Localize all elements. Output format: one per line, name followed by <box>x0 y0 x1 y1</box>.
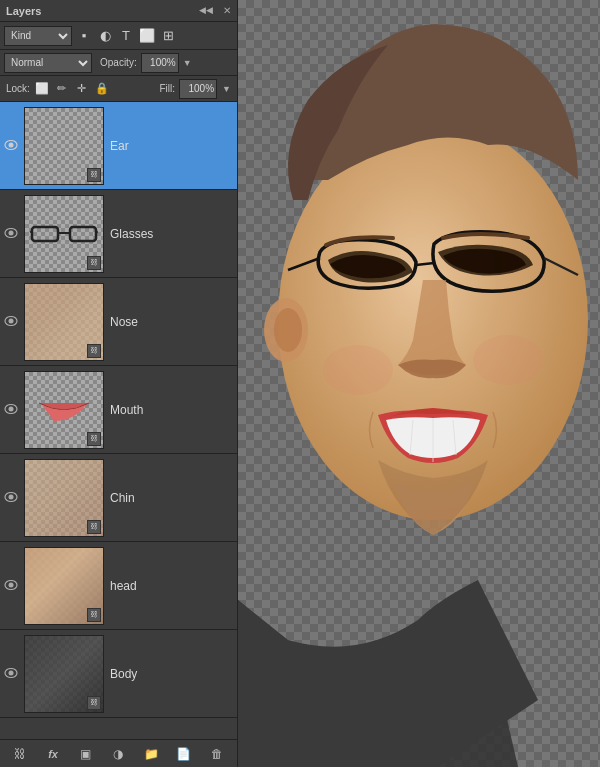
panel-header-icons: ◀◀ ✕ <box>199 5 231 16</box>
layer-visibility-eye[interactable] <box>0 315 22 329</box>
layer-filter-toolbar: Kind ▪ ◐ T ⬜ ⊞ <box>0 22 237 50</box>
layer-item[interactable]: ⛓ Ear <box>0 102 237 190</box>
pixel-icon[interactable]: ▪ <box>75 28 93 43</box>
layer-name: Body <box>110 667 237 681</box>
blend-mode-select[interactable]: Normal Dissolve Multiply Screen Overlay <box>4 53 92 73</box>
layer-thumbnail: ⛓ <box>24 459 104 537</box>
layer-item[interactable]: ⛓ Nose <box>0 278 237 366</box>
layer-name: Ear <box>110 139 237 153</box>
new-group-icon[interactable]: 📁 <box>140 747 162 761</box>
add-mask-icon[interactable]: ▣ <box>75 747 97 761</box>
panel-title: Layers <box>6 5 41 17</box>
layer-name: head <box>110 579 237 593</box>
layer-link-icon: ⛓ <box>87 256 101 270</box>
new-layer-icon[interactable]: 📄 <box>173 747 195 761</box>
layer-visibility-eye[interactable] <box>0 667 22 681</box>
svg-point-22 <box>274 308 302 352</box>
collapse-icon[interactable]: ◀◀ <box>199 5 213 16</box>
fx-icon[interactable]: fx <box>42 748 64 760</box>
svg-point-3 <box>9 230 14 235</box>
svg-point-12 <box>9 406 14 411</box>
layer-link-icon: ⛓ <box>87 520 101 534</box>
lock-row: Lock: ⬜ ✏ ✛ 🔒 Fill: ▼ <box>0 76 237 102</box>
lock-move-icon[interactable]: ✛ <box>74 82 90 95</box>
fill-label: Fill: <box>160 83 176 94</box>
layer-thumbnail: ⛓ <box>24 547 104 625</box>
lock-paint-icon[interactable]: ✏ <box>54 82 70 95</box>
new-adjustment-icon[interactable]: ◑ <box>107 747 129 761</box>
layer-thumbnail: ⛓ <box>24 283 104 361</box>
fill-arrow: ▼ <box>222 84 231 94</box>
delete-layer-icon[interactable]: 🗑 <box>206 747 228 761</box>
layer-visibility-eye[interactable] <box>0 139 22 153</box>
face-svg <box>238 0 600 767</box>
layer-visibility-eye[interactable] <box>0 579 22 593</box>
smart-object-icon[interactable]: ⊞ <box>159 28 177 43</box>
layer-link-icon: ⛓ <box>87 432 101 446</box>
opacity-input[interactable] <box>141 53 179 73</box>
svg-point-14 <box>9 494 14 499</box>
type-icon[interactable]: T <box>117 28 135 43</box>
layer-name: Chin <box>110 491 237 505</box>
blend-mode-row: Normal Dissolve Multiply Screen Overlay … <box>0 50 237 76</box>
svg-point-29 <box>323 345 393 395</box>
layer-filter-select[interactable]: Kind <box>4 26 72 46</box>
layer-thumbnail: ⛓ <box>24 371 104 449</box>
layer-thumbnail: ⛓ <box>24 107 104 185</box>
svg-rect-4 <box>32 227 58 241</box>
svg-point-18 <box>9 670 14 675</box>
fill-input[interactable] <box>179 79 217 99</box>
layer-thumbnail: ⛓ <box>24 635 104 713</box>
layer-visibility-eye[interactable] <box>0 403 22 417</box>
panel-header: Layers ◀◀ ✕ <box>0 0 237 22</box>
layer-link-icon: ⛓ <box>87 344 101 358</box>
svg-point-30 <box>473 335 543 385</box>
layer-thumbnail: ⛓ <box>24 195 104 273</box>
shape-icon[interactable]: ⬜ <box>138 28 156 43</box>
svg-point-1 <box>9 142 14 147</box>
adjustment-icon[interactable]: ◐ <box>96 28 114 43</box>
panel-bottom-toolbar: ⛓ fx ▣ ◑ 📁 📄 🗑 <box>0 739 237 767</box>
lock-transparent-icon[interactable]: ⬜ <box>34 82 50 95</box>
layers-panel: Layers ◀◀ ✕ Kind ▪ ◐ T ⬜ ⊞ Normal Dissol… <box>0 0 238 767</box>
opacity-label: Opacity: <box>100 57 137 68</box>
photo-canvas <box>238 0 600 767</box>
layer-name: Mouth <box>110 403 237 417</box>
face-photo <box>238 0 600 767</box>
layers-list: ⛓ Ear <box>0 102 237 739</box>
opacity-arrow: ▼ <box>183 58 192 68</box>
layer-item[interactable]: ⛓ Glasses <box>0 190 237 278</box>
svg-point-16 <box>9 582 14 587</box>
layer-name: Nose <box>110 315 237 329</box>
layer-visibility-eye[interactable] <box>0 491 22 505</box>
svg-point-10 <box>9 318 14 323</box>
close-icon[interactable]: ✕ <box>223 5 231 16</box>
svg-rect-5 <box>70 227 96 241</box>
layer-link-icon: ⛓ <box>87 696 101 710</box>
layer-name: Glasses <box>110 227 237 241</box>
lock-label: Lock: <box>6 83 30 94</box>
layer-link-icon: ⛓ <box>87 168 101 182</box>
layer-visibility-eye[interactable] <box>0 227 22 241</box>
link-layers-icon[interactable]: ⛓ <box>9 747 31 761</box>
layer-item[interactable]: ⛓ Chin <box>0 454 237 542</box>
layer-item[interactable]: ⛓ Body <box>0 630 237 718</box>
layer-item[interactable]: ⛓ head <box>0 542 237 630</box>
lock-all-icon[interactable]: 🔒 <box>94 82 110 95</box>
layer-item[interactable]: ⛓ Mouth <box>0 366 237 454</box>
layer-link-icon: ⛓ <box>87 608 101 622</box>
